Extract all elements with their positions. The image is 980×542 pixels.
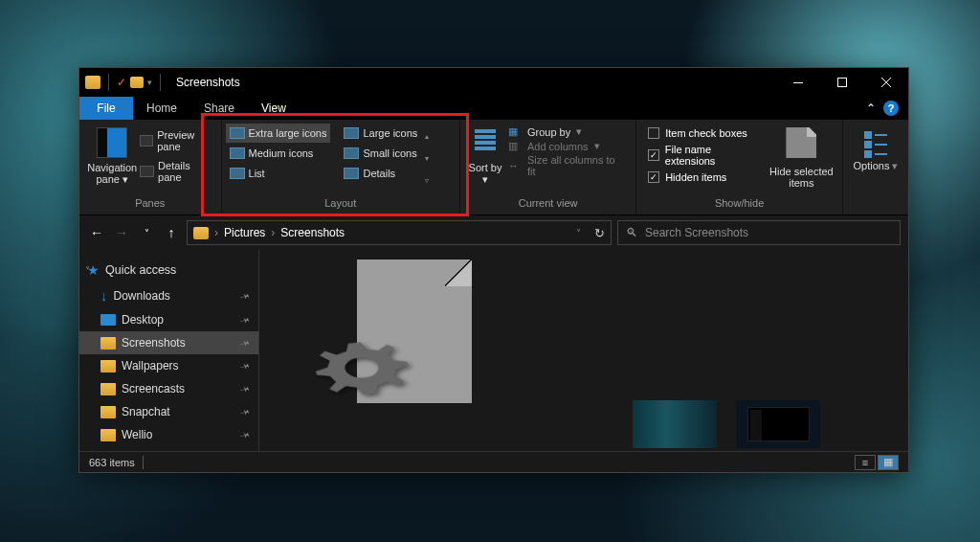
folder-icon: [100, 337, 116, 350]
folder-icon: [85, 76, 100, 89]
separator: [108, 74, 109, 91]
qat-newfolder-icon[interactable]: [130, 77, 144, 88]
layout-group-label: Layout: [222, 197, 460, 215]
up-button[interactable]: ↑: [162, 225, 181, 240]
layout-medium[interactable]: Medium icons: [226, 144, 331, 163]
explorer-window: ✓ ▾ Screenshots File Home Share View ⌃ ?…: [78, 67, 909, 473]
folder-icon: [100, 383, 116, 395]
tab-view[interactable]: View: [248, 97, 300, 120]
titlebar: ✓ ▾ Screenshots: [79, 68, 908, 97]
checkbox-icon: [648, 171, 659, 183]
layout-large[interactable]: Large icons: [340, 124, 421, 143]
file-extensions-toggle[interactable]: File name extensions: [648, 144, 761, 167]
content-pane[interactable]: [271, 250, 908, 451]
separator: [160, 74, 161, 91]
gear-icon: [309, 336, 414, 441]
navigation-sidebar[interactable]: ˅ ★ Quick access ↓Downloads📌︎ Desktop📌︎ …: [79, 250, 271, 451]
sidebar-wallpapers[interactable]: Wallpapers📌︎: [79, 354, 271, 377]
forward-button[interactable]: →: [112, 225, 131, 240]
checkbox-icon: [648, 149, 659, 161]
layout-extra-large[interactable]: Extra large icons: [226, 124, 331, 143]
options-icon: [860, 127, 891, 152]
sidebar-snapchat[interactable]: Snapchat📌︎: [79, 400, 271, 423]
search-icon: 🔍︎: [626, 226, 637, 239]
details-pane-icon: [140, 166, 155, 177]
close-button[interactable]: [864, 68, 908, 97]
layout-scroll-up-icon[interactable]: ▴: [425, 132, 429, 141]
folder-icon: [100, 360, 116, 373]
sidebar-desktop[interactable]: Desktop📌︎: [79, 308, 271, 331]
navigation-pane-button[interactable]: Navigation pane ▾: [85, 124, 140, 193]
layout-icon: [230, 168, 245, 179]
show-hide-group-label: Show/hide: [636, 197, 842, 215]
item-checkboxes-toggle[interactable]: Item check boxes: [648, 127, 761, 139]
details-view-button[interactable]: ≡: [855, 455, 876, 470]
qat-dropdown-icon[interactable]: ▾: [147, 78, 152, 87]
minimize-button[interactable]: [776, 68, 820, 97]
thumbnails-view-button[interactable]: ▦: [878, 455, 899, 470]
group-by-icon: ▦: [508, 125, 523, 138]
pin-icon: 📌︎: [237, 381, 253, 396]
sidebar-quick-access[interactable]: ˅ ★ Quick access: [79, 258, 271, 282]
explorer-body: ˅ ★ Quick access ↓Downloads📌︎ Desktop📌︎ …: [79, 250, 908, 451]
preview-pane-button[interactable]: Preview pane: [140, 127, 215, 154]
sort-icon: [473, 127, 498, 158]
folder-icon: [100, 429, 116, 441]
size-columns-button[interactable]: ↔Size all columns to fit: [508, 154, 626, 177]
preview-pane-icon: [140, 135, 154, 147]
nav-pane-label: Navigation pane: [87, 162, 137, 185]
layout-scroll-down-icon[interactable]: ▾: [425, 154, 429, 163]
pin-icon: 📌︎: [237, 404, 253, 419]
group-by-button[interactable]: ▦Group by ▾: [508, 125, 626, 138]
sidebar-downloads[interactable]: ↓Downloads📌︎: [79, 282, 271, 308]
hide-selected-button[interactable]: Hide selected items: [767, 124, 836, 193]
tab-file[interactable]: File: [79, 97, 133, 120]
breadcrumb-screenshots[interactable]: Screenshots: [280, 226, 345, 239]
layout-icon: [230, 147, 245, 159]
qat-properties-icon[interactable]: ✓: [117, 76, 126, 89]
navigation-pane-icon: [97, 127, 127, 158]
window-title: Screenshots: [176, 76, 240, 89]
desktop-icon: [100, 314, 116, 326]
download-icon: ↓: [100, 287, 108, 304]
recent-locations-button[interactable]: ˅: [137, 228, 156, 238]
item-count: 663 items: [89, 457, 135, 468]
layout-details[interactable]: Details: [340, 164, 421, 183]
layout-list[interactable]: List: [226, 164, 331, 183]
current-view-group-label: Current view: [460, 197, 635, 215]
folder-icon: [100, 406, 116, 418]
refresh-button[interactable]: ↻: [594, 226, 605, 240]
file-thumbnail[interactable]: [736, 400, 820, 448]
search-box[interactable]: 🔍︎ Search Screenshots: [617, 220, 901, 245]
breadcrumb-pictures[interactable]: Pictures: [224, 226, 265, 239]
chevron-right-icon: ›: [271, 226, 275, 239]
svg-rect-0: [793, 82, 803, 83]
address-dropdown-icon[interactable]: ˅: [576, 228, 581, 238]
sort-by-button[interactable]: Sort by ▾: [466, 124, 504, 193]
collapse-ribbon-icon[interactable]: ⌃: [866, 102, 876, 115]
size-columns-icon: ↔: [508, 160, 523, 171]
hidden-items-toggle[interactable]: Hidden items: [648, 171, 761, 183]
add-columns-button[interactable]: ▥Add columns ▾: [508, 140, 626, 152]
address-bar[interactable]: › Pictures › Screenshots ˅ ↻: [187, 220, 612, 245]
details-pane-button[interactable]: Details pane: [140, 158, 215, 185]
maximize-button[interactable]: [820, 68, 864, 97]
layout-small[interactable]: Small icons: [340, 144, 421, 163]
tab-home[interactable]: Home: [133, 97, 190, 120]
sidebar-screencasts[interactable]: Screencasts📌︎: [79, 377, 271, 400]
status-bar: 663 items ≡ ▦: [79, 451, 908, 472]
options-button[interactable]: Options ▾: [849, 124, 902, 193]
search-placeholder: Search Screenshots: [645, 226, 748, 239]
layout-expand-icon[interactable]: ▿: [425, 176, 429, 185]
sidebar-wellio[interactable]: Wellio📌︎: [79, 423, 271, 446]
help-icon[interactable]: ?: [883, 101, 899, 116]
layout-icon: [344, 168, 359, 179]
tab-share[interactable]: Share: [190, 97, 248, 120]
sidebar-screenshots[interactable]: Screenshots📌︎: [79, 331, 271, 354]
chevron-down-icon[interactable]: ˅: [85, 265, 90, 276]
ribbon-tabs: File Home Share View ⌃ ?: [79, 97, 908, 120]
ribbon: Navigation pane ▾ Preview pane Details p…: [79, 120, 908, 215]
file-thumbnail[interactable]: [633, 400, 717, 448]
separator: [143, 456, 144, 469]
back-button[interactable]: ←: [87, 225, 106, 240]
